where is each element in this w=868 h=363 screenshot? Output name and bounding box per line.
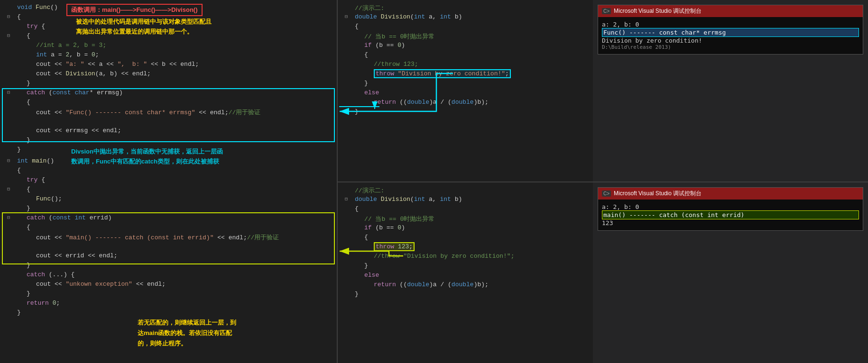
code-line: {: [338, 23, 593, 32]
annotation-yellow-text: 被选中的处理代码是调用链中与该对象类型匹配且 离抛出出异常位置最近的调用链中那一…: [76, 17, 304, 37]
code-line: catch (...) {: [0, 271, 337, 281]
code-line: }: [338, 262, 593, 272]
right-bottom-area: C> Microsoft Visual Studio 调试控制台 a: 2, b…: [593, 182, 868, 363]
code-line: ⊟ double Division(int a, int b): [338, 13, 593, 23]
code-line: }: [0, 290, 337, 299]
code-line: return ((double)a / (double)b);: [338, 281, 593, 290]
main-wrapper: void Func() ⊟ { try { ⊟ { //int a = 2, b…: [0, 0, 868, 363]
code-line: else: [338, 89, 593, 99]
code-line: }: [338, 290, 593, 300]
throw-line-cyan: throw "Division by zero condition!";: [338, 70, 593, 80]
code-line: //演示二:: [338, 186, 593, 196]
code-line: {: [0, 224, 337, 233]
vs-console-bottom-header: C> Microsoft Visual Studio 调试控制台: [598, 188, 863, 200]
code-line: ⊟ catch (const char* errmsg): [0, 89, 337, 99]
code-line: ⊟ double Division(int a, int b): [338, 196, 593, 205]
code-line: {: [0, 167, 337, 176]
code-line: {: [338, 205, 593, 215]
code-line: // 当b == 0时抛出异常: [338, 215, 593, 224]
code-line: ⊟ catch (const int errid): [0, 214, 337, 224]
code-line: cout << "unkown exception" << endl;: [0, 281, 337, 290]
code-line: {: [0, 99, 337, 108]
code-line: cout << Division(a, b) << endl;: [0, 70, 337, 80]
code-line: if (b == 0): [338, 224, 593, 234]
code-line: Func();: [0, 195, 337, 205]
code-line: cout << errmsg << endl;: [0, 127, 337, 136]
code-line: }: [0, 136, 337, 146]
code-line: return 0;: [0, 299, 337, 309]
code-line: // 当b == 0时抛出异常: [338, 32, 593, 42]
throw-line-yellow: throw 123;: [338, 243, 593, 253]
vs-console-top-header: C> Microsoft Visual Studio 调试控制台: [598, 5, 863, 17]
vs-console-bottom: C> Microsoft Visual Studio 调试控制台 a: 2, b…: [598, 187, 863, 231]
code-line: }: [0, 262, 337, 271]
code-line: //演示二:: [338, 4, 593, 13]
code-line: //int a = 2, b = 3;: [0, 42, 337, 51]
code-line: {: [338, 234, 593, 243]
code-line: return ((double)a / (double)b);: [338, 99, 593, 108]
vs-console-top-body: a: 2, b: 0 Func() ------- const char* er…: [598, 17, 863, 54]
right-top-area: C> Microsoft Visual Studio 调试控制台 a: 2, b…: [593, 0, 868, 182]
code-line: cout << "main() ------- catch (const int…: [0, 233, 337, 243]
annotation-cyan-text: Divsion中抛出异常，当前函数中无捕获，返回上一层函 数调用，Func中有匹…: [71, 147, 299, 167]
code-line: //throw "Division by zero condition!";: [338, 253, 593, 262]
code-line: cout << "Func() ------- const char* errm…: [0, 108, 337, 118]
code-line: cout << errid << endl;: [0, 252, 337, 262]
code-line: else: [338, 272, 593, 281]
code-line: if (b == 0): [338, 42, 593, 51]
middle-top-panel: //演示二: ⊟ double Division(int a, int b) {…: [337, 0, 593, 182]
code-line: {: [338, 51, 593, 61]
code-line: ⊟ {: [0, 186, 337, 195]
code-line: }: [338, 108, 593, 118]
code-line: int a = 2, b = 0;: [0, 51, 337, 61]
code-line: //throw 123;: [338, 61, 593, 70]
code-line: try {: [0, 176, 337, 186]
code-line: [0, 118, 337, 127]
middle-bottom-panel: //演示二: ⊟ double Division(int a, int b) {…: [337, 182, 593, 363]
vs-console-top: C> Microsoft Visual Studio 调试控制台 a: 2, b…: [598, 5, 863, 54]
annotation-red-box: 函数调用：main()——>Func()——>Divison(): [66, 4, 203, 16]
code-line: }: [0, 80, 337, 89]
code-line: }: [338, 80, 593, 89]
vs-console-bottom-body: a: 2, b: 0 main() ------- catch (const i…: [598, 200, 863, 230]
code-line: cout << "a: " << a << ", b: " << b << en…: [0, 61, 337, 70]
code-line: }: [0, 205, 337, 214]
annotation-bottom-text: 若无匹配的，则继续返回上一层，到 达main函数的栈。若依旧没有匹配 的，则终止…: [138, 318, 337, 349]
left-code-panel: void Func() ⊟ { try { ⊟ { //int a = 2, b…: [0, 0, 337, 363]
code-line: [0, 243, 337, 252]
